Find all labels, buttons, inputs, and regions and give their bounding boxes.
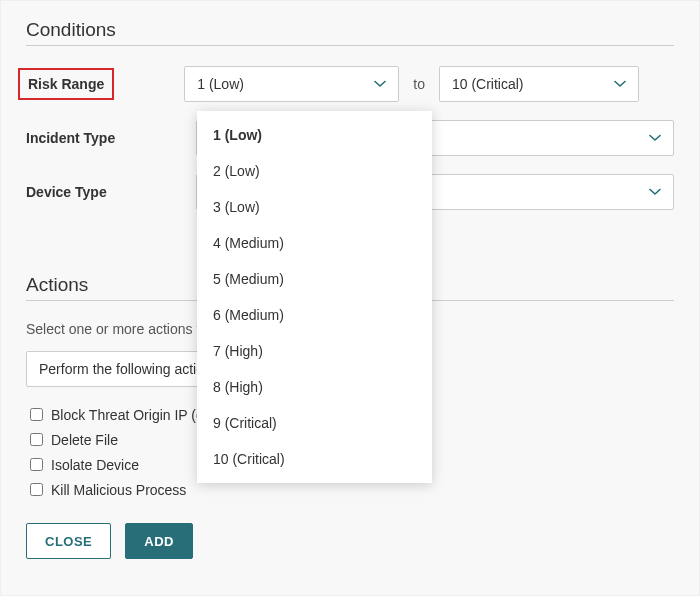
risk-min-dropdown-popup: 1 (Low)2 (Low)3 (Low)4 (Medium)5 (Medium… [197,111,432,483]
risk-option[interactable]: 9 (Critical) [197,405,432,441]
action-check-label: Delete File [51,432,118,448]
button-row: CLOSE ADD [26,523,674,559]
risk-range-label: Risk Range [18,68,114,100]
incident-type-label: Incident Type [26,130,196,146]
risk-max-select[interactable]: 10 (Critical) [439,66,639,102]
divider [26,45,674,46]
action-check-label: Isolate Device [51,457,139,473]
risk-option[interactable]: 2 (Low) [197,153,432,189]
risk-option[interactable]: 3 (Low) [197,189,432,225]
action-checkbox[interactable] [30,483,43,496]
action-check-label: Kill Malicious Process [51,482,186,498]
add-button[interactable]: ADD [125,523,193,559]
risk-option[interactable]: 8 (High) [197,369,432,405]
perform-actions-value: Perform the following actions: [39,361,223,377]
risk-option[interactable]: 5 (Medium) [197,261,432,297]
risk-min-select[interactable]: 1 (Low) [184,66,399,102]
to-label: to [413,76,425,92]
chevron-down-icon [614,78,626,90]
chevron-down-icon [649,132,661,144]
chevron-down-icon [649,186,661,198]
device-type-label: Device Type [26,184,196,200]
action-checkbox[interactable] [30,408,43,421]
risk-option[interactable]: 6 (Medium) [197,297,432,333]
risk-max-value: 10 (Critical) [452,76,524,92]
conditions-actions-panel: Conditions Risk Range 1 (Low) to 10 (Cri… [0,0,700,596]
action-checkbox[interactable] [30,458,43,471]
chevron-down-icon [374,78,386,90]
risk-option[interactable]: 10 (Critical) [197,441,432,477]
risk-option[interactable]: 7 (High) [197,333,432,369]
conditions-heading: Conditions [26,19,674,41]
risk-range-row: Risk Range 1 (Low) to 10 (Critical) [26,66,674,102]
risk-option[interactable]: 1 (Low) [197,117,432,153]
close-button[interactable]: CLOSE [26,523,111,559]
action-checkbox[interactable] [30,433,43,446]
risk-option[interactable]: 4 (Medium) [197,225,432,261]
risk-min-value: 1 (Low) [197,76,244,92]
